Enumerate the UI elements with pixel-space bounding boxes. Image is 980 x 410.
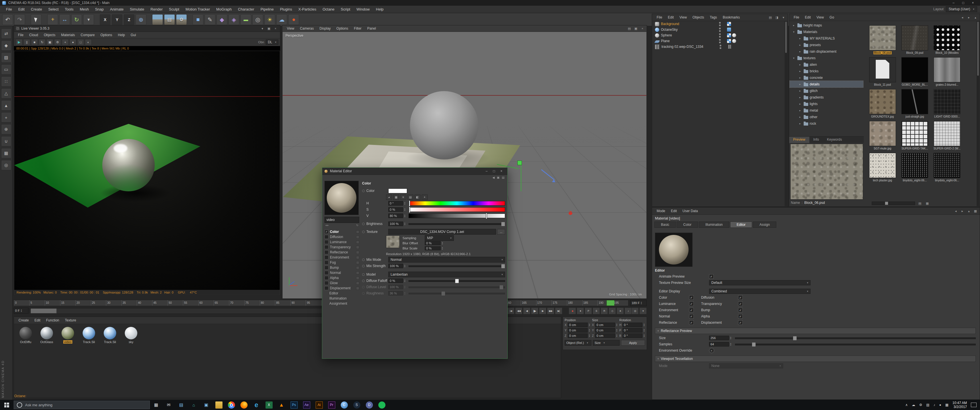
task-view-icon[interactable]: ▦ [150, 400, 162, 410]
menu-item[interactable]: Simulate [127, 7, 148, 11]
snap-icon[interactable]: ∪ [1, 136, 11, 146]
channel-row[interactable]: Diffusion [325, 234, 359, 240]
expander-icon[interactable]: ▾ [793, 30, 796, 33]
menu-item[interactable]: Materials [58, 33, 78, 37]
channel-row[interactable]: Environment [325, 255, 359, 260]
color-boxes-icon[interactable]: ▤ [407, 194, 414, 200]
size-slider[interactable] [735, 336, 976, 340]
object-name[interactable]: Sphere [661, 33, 715, 37]
menu-item[interactable]: Filter [351, 27, 364, 30]
record-scale-button[interactable]: S [593, 307, 600, 314]
stepper-arrows[interactable]: ▲▼ [21, 309, 22, 312]
menu-item[interactable]: Snap [92, 7, 107, 11]
gradient-bar-thumb[interactable] [409, 207, 410, 213]
hsv-gradient-bar[interactable] [409, 213, 505, 218]
editor-page-item[interactable]: Editor [325, 291, 359, 296]
attribute-tab[interactable]: Illumination [699, 221, 729, 228]
channel-checkbox[interactable] [325, 276, 328, 280]
expander-icon[interactable]: ▸ [799, 116, 802, 118]
preview-refresh-icon[interactable]: ↻ [356, 224, 358, 227]
premiere-icon[interactable]: Pr [325, 400, 338, 410]
animation-dot[interactable] [362, 265, 365, 267]
menu-item[interactable]: Options [334, 27, 351, 30]
panel-corner-icon[interactable]: ▦ [973, 208, 978, 213]
stepper-arrows[interactable]: ▲▼ [640, 301, 642, 305]
stop-render-icon[interactable]: ■ [31, 39, 38, 45]
texture-mode-icon[interactable]: ▨ [1, 52, 11, 63]
live-selection-icon[interactable] [31, 14, 41, 25]
undo-icon[interactable]: ↶ [2, 14, 13, 25]
object-name[interactable]: tracking 02.wep-DSC_1334 [662, 45, 716, 49]
expander-icon[interactable]: ▸ [799, 76, 802, 79]
coordinate-field[interactable]: 0 cm [568, 323, 588, 327]
play-button[interactable]: ▶ [531, 307, 538, 314]
panel-corner-icon[interactable]: ◂ [960, 15, 965, 20]
model-mode-icon[interactable]: ◆ [1, 40, 11, 51]
record-rotation-button[interactable]: R [601, 307, 608, 314]
coordinate-field[interactable]: 0 cm [595, 323, 615, 327]
object-tag-icon[interactable] [727, 28, 731, 32]
channel-checkbox[interactable] [325, 240, 328, 244]
sampling-dropdown[interactable]: MIP▾ [425, 235, 454, 241]
object-row[interactable]: Sphere [652, 32, 788, 38]
sky-icon[interactable]: ☁ [276, 14, 287, 25]
close-button[interactable]: × [968, 0, 978, 6]
viewport-corner-icon[interactable]: ▤ [627, 26, 632, 31]
texture-image[interactable] [934, 89, 960, 114]
menu-item[interactable]: Create [28, 7, 45, 11]
channel-row[interactable]: Normal [325, 270, 359, 275]
coordinate-field[interactable]: 0 ° [622, 334, 643, 338]
object-tag-icon[interactable] [732, 39, 736, 43]
reflectance-preview-section[interactable]: ▾Reflectance Preview [655, 328, 976, 334]
object-name[interactable]: Background [661, 22, 715, 26]
material-editor-titlebar[interactable]: Material Editor –□× [322, 168, 508, 175]
record-parameter-button[interactable]: ◇ [609, 307, 616, 314]
material-pick-icon[interactable]: ● [70, 39, 76, 45]
texture-image[interactable] [869, 25, 896, 51]
mix-mode-dropdown[interactable]: Normal▾ [388, 257, 505, 262]
mix-strength-slider[interactable] [409, 264, 505, 268]
scale-icon[interactable]: ↔ [59, 14, 70, 25]
coordinate-system-icon[interactable]: ⊕ [135, 14, 146, 25]
channel-checkbox[interactable]: ✓ [325, 230, 328, 234]
object-handle[interactable] [517, 161, 522, 165]
menu-item[interactable]: Edit [665, 15, 676, 19]
menu-item[interactable]: Display [317, 27, 333, 30]
menu-item[interactable]: Function [43, 318, 62, 322]
volume-icon[interactable]: ♪ [934, 403, 935, 407]
diffuse-falloff-field[interactable]: 0 % [388, 278, 403, 283]
channel-toggle-checkbox[interactable]: ✓ [689, 308, 694, 312]
material-swatch[interactable]: Track.Sli [81, 327, 97, 344]
attribute-tab[interactable]: Color [676, 221, 698, 228]
menu-item[interactable]: Help [115, 33, 128, 37]
spectrum-icon[interactable]: ▦ [393, 194, 399, 200]
tree-folder-item[interactable]: ▸ lights [790, 100, 863, 107]
edge-icon[interactable]: e [250, 400, 262, 410]
material-preview-tile[interactable] [655, 233, 692, 267]
tree-folder-item[interactable]: ▸ metal [790, 107, 863, 114]
scrollbar-thumb[interactable] [977, 22, 979, 76]
battery-icon[interactable]: ▦ [945, 403, 948, 407]
material-swatch[interactable]: video [60, 327, 76, 344]
texture-thumbnail[interactable] [386, 235, 400, 248]
menu-item[interactable]: X-Particles [295, 7, 319, 11]
channel-checkbox[interactable] [325, 261, 328, 264]
texture-image[interactable] [901, 153, 928, 178]
color-wheel-icon[interactable]: ◕ [386, 194, 392, 200]
nav-icon[interactable]: ▣ [497, 176, 500, 179]
panel-corner-icon[interactable]: ◨ [774, 15, 780, 20]
scrollbar[interactable] [977, 21, 980, 206]
coordinate-field[interactable]: 0 cm [568, 334, 588, 338]
scrollbar[interactable] [784, 21, 788, 206]
lock-view-icon[interactable]: ▣ [46, 39, 53, 45]
taskbar-clock[interactable]: 10:47 AM 3/2/2017 [952, 401, 967, 409]
workplane-mode-icon[interactable]: ▭ [1, 64, 11, 75]
model-dropdown[interactable]: Lambertian▾ [388, 272, 505, 277]
menu-item[interactable]: MoGraph [213, 7, 235, 11]
render-region-icon[interactable]: □ [77, 39, 84, 45]
tree-folder-item[interactable]: ▸ glitch [790, 87, 863, 94]
settings-icon[interactable]: ⚙ [54, 39, 61, 45]
channel-checkbox[interactable] [325, 250, 328, 254]
tree-folder-item[interactable]: ▾ textures [790, 55, 863, 61]
tracking-marker-red[interactable] [569, 211, 572, 215]
